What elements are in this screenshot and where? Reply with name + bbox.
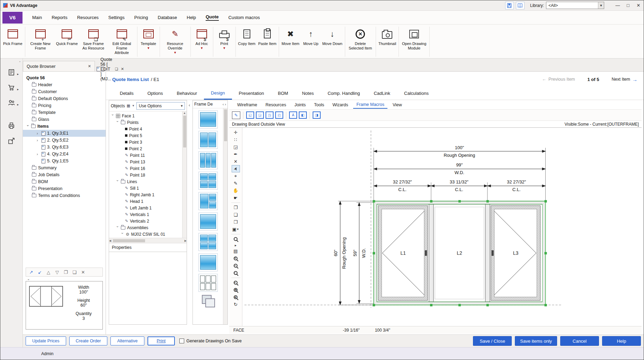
scrollbar-thumb[interactable]: [113, 239, 145, 242]
tab-joints[interactable]: Joints: [291, 101, 309, 108]
frame-macro-button-2[interactable]: ◲: [256, 111, 264, 119]
duplicate-icon[interactable]: ❏: [71, 269, 78, 276]
tree-node-items[interactable]: ›Items: [23, 123, 106, 130]
menu-pricing[interactable]: Pricing: [129, 11, 153, 24]
add-point-tool[interactable]: ✛: [232, 129, 240, 136]
template-button[interactable]: Template ▼: [138, 25, 159, 58]
triangle-down-icon[interactable]: ▽: [53, 269, 61, 276]
tree-node-glass[interactable]: Glass: [23, 116, 106, 123]
zoom-out-tool[interactable]: −: [232, 262, 240, 269]
save-items-only-button[interactable]: Save items only: [515, 336, 557, 346]
save-view-tool[interactable]: ▤: [232, 248, 240, 255]
menu-custom-macros[interactable]: Custom macros: [224, 11, 265, 24]
zoom-in-tool[interactable]: +: [232, 255, 240, 262]
scroll-left-icon[interactable]: ◀: [109, 239, 111, 242]
drawing-board-canvas[interactable]: 100" Rough Opening 99" W.D. 32 27/32" 33…: [242, 128, 642, 326]
pick-frame-button[interactable]: Pick Frame: [2, 25, 24, 58]
thumbnail-button[interactable]: Thumbnail: [377, 25, 397, 58]
tree-node-bom[interactable]: BOM: [23, 178, 106, 185]
tree-point[interactable]: ✎Point 16: [109, 165, 182, 172]
tab-bom[interactable]: BOM: [271, 87, 295, 100]
quote-browser-strip-button[interactable]: ▸: [4, 66, 19, 79]
tree-assembly[interactable]: ›⚙MJ02 CSW SIL 01: [109, 231, 182, 237]
frame-thumb-four-lite[interactable]: [198, 172, 218, 190]
delete-selected-item-button[interactable]: ✕ Delete Selected Item: [346, 25, 375, 58]
tree-node-pricing[interactable]: Pricing: [23, 102, 106, 109]
tree-item-4[interactable]: ›4. Qty.2;E4: [23, 151, 106, 158]
tree-node-presentation[interactable]: Presentation: [23, 185, 106, 192]
tree-face-1[interactable]: ›Face 1: [109, 112, 182, 119]
move-down-button[interactable]: ↓ Move Down: [321, 25, 344, 58]
menu-database[interactable]: Database: [153, 11, 182, 24]
tab-notes[interactable]: Notes: [295, 87, 321, 100]
tree-item-5[interactable]: 5. Qty.1;E5: [23, 158, 106, 164]
copy-item-button[interactable]: Copy Item: [237, 25, 257, 58]
frame-macro-button-5[interactable]: A: [289, 111, 297, 119]
select-cursor-tool[interactable]: ➤: [232, 165, 240, 172]
dropdown-arrow-icon[interactable]: ▼: [147, 47, 150, 50]
generate-drawings-checkbox[interactable]: [179, 339, 184, 343]
chevron-down-icon[interactable]: ›: [116, 226, 119, 229]
edit-global-frame-attribute-button[interactable]: ✎ Edit Global Frame Attribute: [108, 25, 136, 58]
tab-quote-56-edit[interactable]: Quote 56 [ EDIT ](MJ... ❏ ✕: [97, 67, 104, 71]
nav-right-icon[interactable]: ›: [225, 102, 226, 106]
maximize-button[interactable]: □: [623, 0, 633, 10]
quote-tree-root[interactable]: Quote 56 ‹: [23, 74, 106, 81]
scroll-up-icon[interactable]: ▲: [183, 111, 186, 115]
menu-help[interactable]: Help: [182, 11, 201, 24]
tree-node-job-details[interactable]: Job Details: [23, 171, 106, 178]
tree-line[interactable]: ✎Sill 1: [109, 185, 182, 191]
tab-options[interactable]: Options: [141, 87, 170, 100]
expander-icon[interactable]: ›: [37, 152, 40, 156]
help-button[interactable]: Help: [602, 336, 641, 346]
frame-thumb-grid[interactable]: [198, 274, 218, 292]
collapse-chevron-icon[interactable]: ⌄: [26, 277, 103, 281]
dock-pin-icon[interactable]: ▫: [19, 60, 20, 63]
export-strip-button[interactable]: [4, 135, 19, 147]
mullion-1[interactable]: [429, 204, 433, 302]
restore-icon[interactable]: ❏: [115, 67, 118, 71]
tree-node-header[interactable]: Header: [23, 81, 106, 88]
expander-icon[interactable]: ›: [37, 132, 40, 135]
duplicate-tool[interactable]: ❏: [232, 211, 240, 218]
chevron-down-icon[interactable]: ▼: [132, 104, 135, 107]
zoom-window-tool[interactable]: [232, 235, 240, 243]
scroll-right-icon[interactable]: ▶: [185, 239, 187, 242]
tree-item-3[interactable]: 3. Qty.6;E3: [23, 144, 106, 151]
frame-thumb-two-lite[interactable]: [198, 131, 218, 149]
chevron-down-icon[interactable]: ›: [120, 233, 124, 236]
frame-thumb-three-lite[interactable]: [198, 151, 218, 169]
alternative-button[interactable]: Alternative: [110, 336, 144, 345]
tab-details[interactable]: Details: [113, 87, 141, 100]
chevron-down-icon[interactable]: ›: [111, 114, 115, 117]
pan-hand-tool[interactable]: ✋: [232, 187, 240, 194]
tree-line[interactable]: ✎Left Jamb 1: [109, 205, 182, 211]
frame-macro-button-3[interactable]: ◳: [266, 111, 274, 119]
tree-line[interactable]: ✎Verticals 2: [109, 218, 182, 224]
move-up-button[interactable]: ↑ Move Up: [301, 25, 321, 58]
cancel-button[interactable]: Cancel: [560, 336, 599, 346]
paste-tool[interactable]: ❒: [232, 218, 240, 226]
tree-sub-assembly[interactable]: PRF EXT 27: [109, 237, 182, 238]
chevron-down-icon[interactable]: ›: [26, 125, 30, 128]
create-order-button[interactable]: Create Order: [69, 336, 108, 345]
frame-thumb-picture[interactable]: [198, 213, 218, 231]
paste-item-button[interactable]: Paste Item: [257, 25, 278, 58]
arrow-up-right-icon[interactable]: ↗: [27, 269, 35, 276]
minimize-button[interactable]: —: [612, 0, 623, 10]
print-button[interactable]: $ Print ▼: [214, 25, 234, 58]
scrollbar-thumb[interactable]: [224, 109, 227, 141]
tree-node-summary[interactable]: Summary: [23, 164, 106, 171]
tab-cadlink[interactable]: CadLink: [367, 87, 397, 100]
menu-reports[interactable]: Reports: [47, 11, 72, 24]
tab-tools[interactable]: Tools: [311, 101, 327, 108]
zoom-selected-tool[interactable]: ▪: [232, 279, 240, 286]
close-button[interactable]: ✕: [633, 0, 644, 10]
zoom-all-tool[interactable]: ∗: [232, 286, 240, 294]
frame-thumb-fixed[interactable]: [198, 253, 218, 271]
tree-line[interactable]: ✎Head 1: [109, 198, 182, 205]
properties-section-header[interactable]: Properties: [109, 243, 187, 252]
move-item-button[interactable]: ✖ Move Item: [280, 25, 301, 58]
close-icon[interactable]: ✕: [121, 67, 124, 71]
menu-quote[interactable]: Quote: [201, 11, 224, 24]
